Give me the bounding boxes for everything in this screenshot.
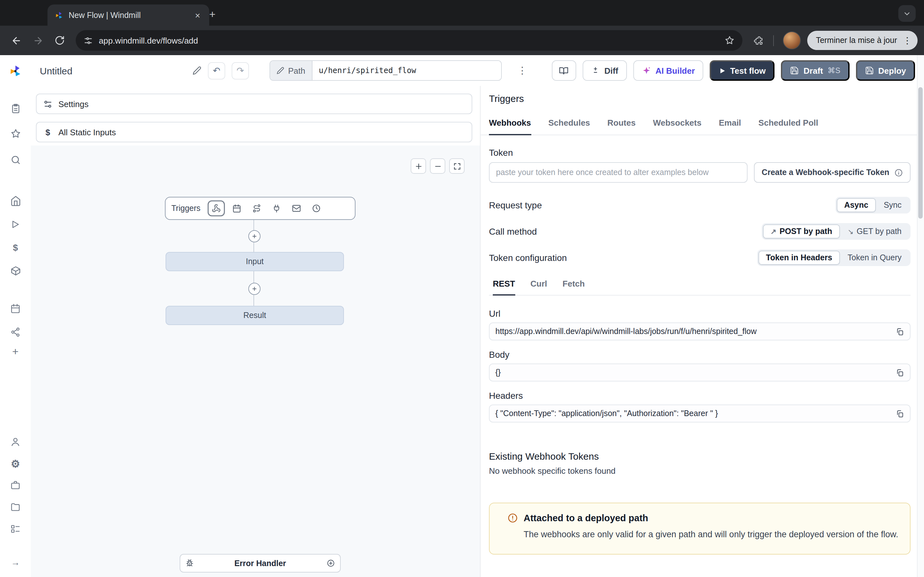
test-flow-button[interactable]: Test flow	[710, 60, 775, 81]
flow-title: Untitled	[40, 65, 73, 76]
runs-play-icon[interactable]	[9, 218, 22, 231]
scheduled-poll-trigger-icon[interactable]	[309, 201, 325, 215]
address-bar[interactable]: app.windmill.dev/flows/add	[76, 30, 742, 51]
path-chip-label-wrap[interactable]: Path	[270, 61, 312, 80]
extensions-puzzle-icon[interactable]	[748, 31, 768, 50]
diff-button[interactable]: Diff	[583, 60, 627, 81]
alert-circle-icon	[507, 513, 518, 523]
websocket-trigger-icon[interactable]	[269, 201, 284, 215]
favorites-star-icon[interactable]	[9, 127, 22, 140]
settings-bar[interactable]: Settings	[36, 93, 472, 114]
token-in-headers[interactable]: Token in Headers	[758, 251, 840, 265]
profile-avatar[interactable]	[782, 31, 800, 49]
triggers-node[interactable]: Triggers	[165, 197, 355, 220]
add-step-button[interactable]	[248, 230, 260, 242]
create-webhook-token-button[interactable]: Create a Webhook-specific Token	[754, 162, 911, 183]
headers-field: { "Content-Type": "application/json", "A…	[489, 405, 911, 422]
docs-book-button[interactable]	[552, 60, 576, 81]
undo-button[interactable]: ↶	[208, 62, 225, 79]
site-settings-icon[interactable]	[83, 35, 93, 45]
tab-close-icon[interactable]: ×	[192, 9, 204, 21]
call-method-label: Call method	[489, 226, 537, 237]
email-trigger-icon[interactable]	[289, 201, 304, 215]
ai-builder-label: AI Builder	[656, 66, 695, 75]
add-step-button[interactable]	[248, 283, 260, 295]
zoom-in-button[interactable]	[411, 158, 426, 174]
tab-curl[interactable]: Curl	[530, 279, 547, 295]
static-inputs-bar-label: All Static Inputs	[58, 127, 116, 137]
new-tab-button[interactable]: +	[204, 6, 221, 23]
tab-scheduled-poll[interactable]: Scheduled Poll	[758, 118, 818, 135]
tab-webhooks[interactable]: Webhooks	[489, 118, 531, 135]
token-in-query[interactable]: Token in Query	[840, 251, 909, 265]
zoom-out-button[interactable]	[430, 158, 445, 174]
schedules-calendar-icon[interactable]	[9, 302, 22, 315]
update-chip[interactable]: Terminer la mise à jour ⋮	[807, 31, 918, 50]
request-type-async[interactable]: Async	[837, 198, 876, 212]
input-node[interactable]: Input	[166, 252, 344, 271]
windmill-logo[interactable]	[8, 64, 23, 78]
request-type-toggle: Async Sync	[835, 197, 911, 213]
folders-icon[interactable]	[9, 501, 22, 514]
call-method-post[interactable]: ↗ POST by path	[762, 224, 840, 239]
variables-dollar-icon[interactable]: $	[9, 241, 22, 254]
body-field: {}	[489, 364, 911, 382]
audit-list-icon[interactable]	[9, 522, 22, 535]
page-scrollbar[interactable]	[917, 55, 924, 577]
runs-clipboard-icon[interactable]	[9, 102, 22, 115]
tab-fetch[interactable]: Fetch	[562, 279, 585, 295]
call-method-get[interactable]: ↘ GET by path	[840, 224, 909, 239]
route-trigger-icon[interactable]	[249, 201, 265, 215]
settings-gear-icon[interactable]: ⚙	[9, 457, 22, 470]
expand-sidebar-arrow-icon[interactable]: →	[9, 556, 22, 569]
add-error-handler-icon[interactable]	[326, 559, 335, 567]
schedule-trigger-icon[interactable]	[229, 201, 245, 215]
token-label: Token	[489, 147, 911, 158]
home-icon[interactable]	[9, 194, 22, 207]
existing-tokens-empty: No webhook specific tokens found	[489, 466, 911, 476]
tab-schedules[interactable]: Schedules	[548, 118, 590, 135]
search-icon[interactable]	[9, 153, 22, 166]
ai-builder-button[interactable]: AI Builder	[633, 60, 703, 81]
resources-cube-icon[interactable]	[9, 264, 22, 277]
create-plus-icon[interactable]: +	[9, 346, 22, 358]
reload-button[interactable]	[50, 31, 69, 50]
tab-search-chevron-icon[interactable]	[898, 5, 916, 22]
error-handler-node[interactable]: Error Handler	[180, 554, 341, 572]
path-input[interactable]	[312, 61, 501, 80]
tab-websockets[interactable]: Websockets	[653, 118, 701, 135]
browser-tab[interactable]: New Flow | Windmill ×	[47, 5, 209, 26]
scrollbar-thumb[interactable]	[918, 87, 923, 219]
more-options-kebab-icon[interactable]: ⋮	[516, 65, 529, 76]
rename-pencil-icon[interactable]	[192, 66, 202, 75]
copy-icon[interactable]	[896, 327, 904, 335]
browser-menu-icon[interactable]: ⋮	[900, 33, 915, 48]
redo-button[interactable]: ↷	[232, 62, 249, 79]
tab-strip: New Flow | Windmill × +	[0, 0, 924, 26]
deploy-button[interactable]: Deploy	[856, 60, 915, 81]
back-button[interactable]	[6, 31, 26, 50]
flow-canvas[interactable]: Triggers	[31, 145, 480, 577]
play-icon	[719, 67, 726, 74]
copy-icon[interactable]	[896, 368, 904, 377]
fit-view-button[interactable]	[449, 158, 465, 174]
user-icon[interactable]	[9, 435, 22, 448]
token-input[interactable]	[489, 162, 748, 183]
tab-email[interactable]: Email	[719, 118, 741, 135]
url-text[interactable]: app.windmill.dev/flows/add	[99, 35, 718, 45]
request-type-sync[interactable]: Sync	[876, 198, 909, 212]
result-node[interactable]: Result	[166, 306, 344, 325]
update-chip-label: Terminer la mise à jour	[816, 36, 897, 45]
draft-button[interactable]: Draft ⌘S	[781, 60, 850, 81]
flows-share-icon[interactable]	[9, 326, 22, 338]
get-arrow-icon: ↘	[848, 227, 853, 235]
copy-icon[interactable]	[896, 409, 904, 418]
tab-routes[interactable]: Routes	[607, 118, 636, 135]
bookmark-star-icon[interactable]	[724, 35, 734, 45]
webhook-trigger-icon[interactable]	[208, 201, 225, 216]
headers-value: { "Content-Type": "application/json", "A…	[495, 409, 896, 418]
tab-rest[interactable]: REST	[493, 279, 515, 295]
static-inputs-bar[interactable]: $ All Static Inputs	[36, 122, 472, 142]
forward-button[interactable]	[28, 31, 47, 50]
workers-briefcase-icon[interactable]	[9, 479, 22, 492]
